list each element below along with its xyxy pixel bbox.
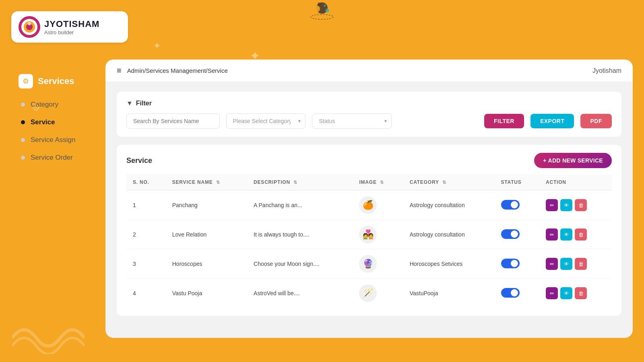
- logo-title: JYOTISHAM: [44, 19, 99, 29]
- sort-service-name-icon: ⇅: [216, 180, 220, 185]
- status-toggle-3[interactable]: [501, 288, 520, 298]
- breadcrumb: Admin/Services Management/Service: [127, 67, 228, 74]
- top-moon-icon: [308, 0, 336, 26]
- edit-button-3[interactable]: ✏: [546, 287, 558, 299]
- cell-category-2: Horoscopes Setvices: [403, 249, 495, 279]
- svg-point-10: [28, 22, 31, 25]
- cell-sno-1: 2: [126, 220, 166, 249]
- search-input[interactable]: [126, 113, 220, 129]
- cell-service-name-2: Horoscopes: [166, 249, 247, 279]
- sidebar-dot-service: [21, 120, 25, 124]
- edit-button-1[interactable]: ✏: [546, 228, 558, 241]
- export-button[interactable]: EXPORT: [530, 114, 574, 128]
- add-new-service-button[interactable]: + ADD NEW SERVICE: [534, 153, 612, 168]
- cell-service-name-1: Love Relation: [166, 220, 247, 249]
- service-image-3: 🪄: [359, 284, 377, 302]
- cell-action-0: ✏ 👁 🗑: [539, 190, 612, 220]
- table-row: 2 Love Relation It is always tough to...…: [126, 220, 612, 249]
- cell-status-3: [495, 279, 539, 308]
- view-button-1[interactable]: 👁: [560, 228, 572, 241]
- logo-text: JYOTISHAM Astro builder: [44, 19, 99, 35]
- header-user: Jyotisham: [592, 67, 621, 74]
- sidebar: ⚙ Services Category Service Service Assi…: [11, 68, 116, 167]
- service-image-1: 💑: [359, 226, 377, 243]
- filter-button[interactable]: FILTER: [484, 114, 524, 128]
- header-bar: ≡ Admin/Services Management/Service Jyot…: [105, 60, 633, 82]
- sidebar-dot-service-assign: [21, 138, 25, 142]
- filter-title: ▼ Filter: [126, 100, 612, 107]
- logo-container: JYOTISHAM Astro builder: [11, 11, 128, 43]
- delete-button-3[interactable]: 🗑: [575, 287, 587, 299]
- cell-sno-2: 3: [126, 249, 166, 279]
- cell-category-0: Astrology consultation: [403, 190, 495, 220]
- sidebar-dot-service-order: [21, 156, 25, 160]
- sidebar-label-service: Service: [31, 118, 55, 126]
- cell-image-1: 💑: [353, 220, 403, 249]
- table-header-row: Service + ADD NEW SERVICE: [126, 153, 612, 168]
- cell-description-3: AstroVed will be....: [247, 279, 353, 308]
- view-button-3[interactable]: 👁: [560, 287, 572, 299]
- sort-image-icon: ⇅: [380, 180, 384, 185]
- action-btns-3: ✏ 👁 🗑: [546, 287, 605, 299]
- svg-point-1: [314, 6, 320, 12]
- pdf-button[interactable]: PDF: [580, 114, 612, 128]
- table-title: Service: [126, 156, 152, 165]
- category-select[interactable]: Please Select Category: [226, 113, 306, 129]
- sidebar-item-service-order[interactable]: Service Order: [11, 149, 116, 167]
- cell-category-1: Astrology consultation: [403, 220, 495, 249]
- sidebar-item-service-assign[interactable]: Service Assign: [11, 131, 116, 149]
- data-table: S. NO. SERVICE NAME ⇅ DESCRIPTION ⇅ IMAG…: [126, 175, 612, 308]
- cell-image-3: 🪄: [353, 279, 403, 308]
- cell-category-3: VastuPooja: [403, 279, 495, 308]
- cell-description-1: It is always tough to....: [247, 220, 353, 249]
- filter-section: ▼ Filter Please Select Category ▾ Status…: [117, 92, 621, 137]
- edit-button-0[interactable]: ✏: [546, 199, 558, 211]
- col-image: IMAGE ⇅: [353, 175, 403, 190]
- table-body: 1 Panchang A Panchang is an... 🍊 Astrolo…: [126, 190, 612, 308]
- status-toggle-1[interactable]: [501, 229, 520, 239]
- content-area: ▼ Filter Please Select Category ▾ Status…: [105, 82, 633, 338]
- col-sno: S. NO.: [126, 175, 166, 190]
- delete-button-2[interactable]: 🗑: [575, 258, 587, 270]
- table-row: 4 Vastu Pooja AstroVed will be.... 🪄 Vas…: [126, 279, 612, 308]
- col-category: CATEGORY ⇅: [403, 175, 495, 190]
- sidebar-section-label: Services: [38, 76, 74, 86]
- delete-button-0[interactable]: 🗑: [575, 199, 587, 211]
- sidebar-label-service-assign: Service Assign: [31, 136, 76, 144]
- header-left: ≡ Admin/Services Management/Service: [117, 66, 228, 75]
- hamburger-icon[interactable]: ≡: [117, 66, 122, 75]
- view-button-2[interactable]: 👁: [560, 258, 572, 270]
- delete-button-1[interactable]: 🗑: [575, 228, 587, 241]
- sort-description-icon: ⇅: [293, 180, 297, 185]
- sidebar-gear-icon: ⚙: [19, 74, 33, 88]
- cell-sno-0: 1: [126, 190, 166, 220]
- svg-point-2: [318, 2, 321, 6]
- svg-point-4: [324, 4, 326, 7]
- table-header: S. NO. SERVICE NAME ⇅ DESCRIPTION ⇅ IMAG…: [126, 175, 612, 190]
- cell-description-0: A Panchang is an...: [247, 190, 353, 220]
- sidebar-item-service[interactable]: Service: [11, 113, 116, 131]
- filter-row: Please Select Category ▾ Status ▾ FILTER…: [126, 113, 612, 129]
- col-status: STATUS: [495, 175, 539, 190]
- service-image-0: 🍊: [359, 196, 377, 214]
- status-select-wrap: Status ▾: [312, 113, 392, 129]
- wavy-decor: [12, 314, 85, 354]
- table-row: 1 Panchang A Panchang is an... 🍊 Astrolo…: [126, 190, 612, 220]
- sidebar-label-service-order: Service Order: [31, 154, 73, 162]
- status-toggle-0[interactable]: [501, 200, 520, 210]
- edit-button-2[interactable]: ✏: [546, 258, 558, 270]
- status-toggle-2[interactable]: [501, 259, 520, 268]
- col-description: DESCRIPTION ⇅: [247, 175, 353, 190]
- sidebar-header: ⚙ Services: [11, 68, 116, 94]
- status-select[interactable]: Status: [312, 113, 392, 129]
- cell-status-2: [495, 249, 539, 279]
- action-btns-2: ✏ 👁 🗑: [546, 258, 605, 270]
- cell-image-0: 🍊: [353, 190, 403, 220]
- cell-status-0: [495, 190, 539, 220]
- main-panel: ≡ Admin/Services Management/Service Jyot…: [105, 60, 633, 338]
- view-button-0[interactable]: 👁: [560, 199, 572, 211]
- col-service-name: SERVICE NAME ⇅: [166, 175, 247, 190]
- cell-action-3: ✏ 👁 🗑: [539, 279, 612, 308]
- cell-action-1: ✏ 👁 🗑: [539, 220, 612, 249]
- sidebar-item-category[interactable]: Category: [11, 96, 116, 113]
